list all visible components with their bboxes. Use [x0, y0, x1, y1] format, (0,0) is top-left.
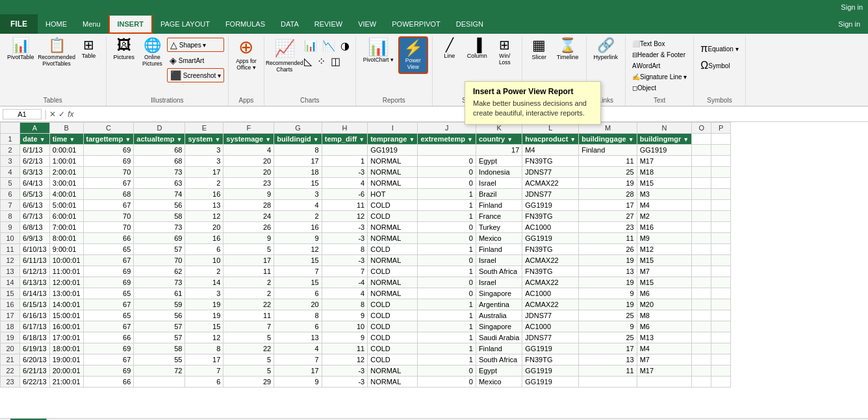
cell-9-1[interactable]: 7:00:01 [49, 222, 83, 233]
cell-2-7[interactable] [322, 145, 367, 156]
cell-12-12[interactable]: 19 [579, 255, 637, 266]
cell-17-9[interactable]: 1 [418, 310, 476, 321]
cell-6-3[interactable]: 74 [134, 189, 185, 200]
cell-10-9[interactable]: 0 [418, 233, 476, 244]
cell-11-0[interactable]: 6/10/13 [20, 244, 50, 255]
cell-8-7[interactable]: 12 [322, 211, 367, 222]
cell-6-9[interactable]: 1 [418, 189, 476, 200]
cell-23-11[interactable]: GG1919 [522, 377, 579, 388]
cell-12-8[interactable]: NORMAL [368, 255, 418, 266]
wordart-button[interactable]: A WordArt [630, 61, 689, 71]
cell-22-4[interactable]: 7 [185, 365, 223, 377]
cell-4-9[interactable]: 0 [418, 167, 476, 178]
cell-14-5[interactable]: 2 [223, 277, 274, 288]
cell-11-2[interactable]: 65 [83, 244, 134, 255]
cell-11-4[interactable]: 6 [185, 244, 223, 255]
cell-19-7[interactable]: 9 [322, 332, 367, 343]
cell-14-6[interactable]: 15 [274, 277, 322, 288]
cell-21-9[interactable]: 1 [418, 354, 476, 365]
cell-14-7[interactable]: -4 [322, 277, 367, 288]
cell-18-5[interactable]: 7 [223, 321, 274, 332]
pivotchart-button[interactable]: 📊 PivotChart ▾ [360, 36, 397, 65]
cell-12-3[interactable]: 70 [134, 255, 185, 266]
cell-22-0[interactable]: 6/21/13 [20, 365, 50, 377]
cell-23-8[interactable]: NORMAL [368, 377, 418, 388]
cell-15-6[interactable]: 6 [274, 288, 322, 299]
cell-16-7[interactable]: 8 [322, 299, 367, 310]
cell-2-12[interactable]: Finland [579, 145, 637, 156]
cell-10-4[interactable]: 16 [185, 233, 223, 244]
area-chart-button[interactable]: ◺ [302, 55, 314, 68]
cell-18-10[interactable]: Singapore [476, 321, 522, 332]
cell-2-8[interactable]: GG1919 [368, 145, 418, 156]
cell-14-9[interactable]: 0 [418, 277, 476, 288]
cell-20-6[interactable]: 4 [274, 343, 322, 354]
cell-6-8[interactable]: HOT [368, 189, 418, 200]
header-footer-button[interactable]: ⊟ Header & Footer [630, 50, 689, 60]
cell-8-3[interactable]: 58 [134, 211, 185, 222]
cell-19-13[interactable]: M13 [637, 332, 692, 343]
power-view-button[interactable]: ⚡ PowerView [398, 36, 428, 74]
cell-23-10[interactable]: Mexico [476, 377, 522, 388]
cell-13-8[interactable]: COLD [368, 266, 418, 277]
cell-8-13[interactable]: M2 [637, 211, 692, 222]
cell-10-1[interactable]: 8:00:01 [49, 233, 83, 244]
col-header-a[interactable]: A [20, 123, 50, 134]
cell-15-8[interactable]: NORMAL [368, 288, 418, 299]
cell-10-6[interactable]: 9 [274, 233, 322, 244]
cell-20-10[interactable]: Finland [476, 343, 522, 354]
cell-20-0[interactable]: 6/19/13 [20, 343, 50, 354]
signin-text[interactable]: Sign in [830, 20, 868, 28]
cell-19-12[interactable]: 25 [579, 332, 637, 343]
cell-15-7[interactable]: 4 [322, 288, 367, 299]
col-header-e[interactable]: E [185, 123, 223, 134]
col-header-p[interactable]: P [711, 123, 731, 134]
cell-4-13[interactable]: M18 [637, 167, 692, 178]
cell-12-7[interactable]: -3 [322, 255, 367, 266]
cell-23-5[interactable]: 29 [223, 377, 274, 388]
cell-14-0[interactable]: 6/13/13 [20, 277, 50, 288]
cell-22-3[interactable]: 72 [134, 365, 185, 377]
cell-17-10[interactable]: Australia [476, 310, 522, 321]
cell-5-9[interactable]: 0 [418, 178, 476, 189]
cell-16-3[interactable]: 59 [134, 299, 185, 310]
cell-22-6[interactable]: 17 [274, 365, 322, 377]
cell-5-0[interactable]: 6/4/13 [20, 178, 50, 189]
cell-3-5[interactable]: 20 [223, 156, 274, 167]
cell-9-12[interactable]: 23 [579, 222, 637, 233]
cell-20-2[interactable]: 69 [83, 343, 134, 354]
cell-13-2[interactable]: 69 [83, 266, 134, 277]
cell-3-2[interactable]: 69 [83, 156, 134, 167]
cell-10-8[interactable]: NORMAL [368, 233, 418, 244]
cell-12-11[interactable]: ACMAX22 [522, 255, 579, 266]
cell-18-12[interactable]: 9 [579, 321, 637, 332]
pivottable-button[interactable]: 📊 PivotTable [4, 36, 38, 63]
cell-7-9[interactable]: 1 [418, 200, 476, 211]
cell-2-10[interactable]: 17 [476, 145, 522, 156]
cell-4-5[interactable]: 20 [223, 167, 274, 178]
cell-4-3[interactable]: 73 [134, 167, 185, 178]
cell-4-11[interactable]: JDNS77 [522, 167, 579, 178]
cell-18-1[interactable]: 16:00:01 [49, 321, 83, 332]
col-header-o[interactable]: O [692, 123, 711, 134]
cell-2-14[interactable] [692, 145, 711, 156]
cell-15-12[interactable]: 9 [579, 288, 637, 299]
cell-7-4[interactable]: 13 [185, 200, 223, 211]
cell-19-9[interactable]: 1 [418, 332, 476, 343]
cell-13-5[interactable]: 11 [223, 266, 274, 277]
cell-18-7[interactable]: 10 [322, 321, 367, 332]
cell-15-2[interactable]: 65 [83, 288, 134, 299]
cell-23-0[interactable]: 6/22/13 [20, 377, 50, 388]
cell-13-1[interactable]: 11:00:01 [49, 266, 83, 277]
cell-19-8[interactable]: COLD [368, 332, 418, 343]
cell-16-4[interactable]: 19 [185, 299, 223, 310]
cell-8-5[interactable]: 24 [223, 211, 274, 222]
cell-3-7[interactable]: 1 [322, 156, 367, 167]
cell-11-9[interactable]: 1 [418, 244, 476, 255]
cell-20-1[interactable]: 18:00:01 [49, 343, 83, 354]
cell-23-9[interactable]: 0 [418, 377, 476, 388]
cell-22-10[interactable]: Egypt [476, 365, 522, 377]
cell-20-11[interactable]: GG1919 [522, 343, 579, 354]
cell-6-11[interactable]: JDNS77 [522, 189, 579, 200]
cell-3-12[interactable]: 11 [579, 156, 637, 167]
